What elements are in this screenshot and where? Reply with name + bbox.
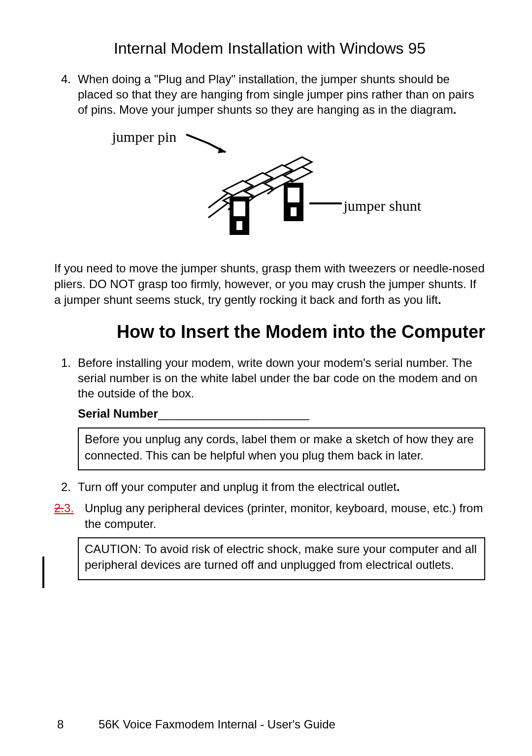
page-footer: 8 56K Voice Faxmodem Internal - User's G… (57, 718, 485, 731)
new-number: 3. (64, 501, 74, 515)
serial-number-line: Serial Number_______________________ (78, 407, 485, 421)
steps-list-1: 4. When doing a "Plug and Play" installa… (54, 71, 485, 118)
step-number: 4. (54, 71, 78, 118)
jumper-illustration-icon (112, 124, 428, 252)
jumper-diagram: jumper pin jumper shunt (112, 124, 428, 252)
step-text: When doing a "Plug and Play" installatio… (78, 71, 485, 118)
step-text: Turn off your computer and unplug it fro… (78, 479, 485, 494)
step-text-punct: . (453, 103, 457, 116)
step-text-punct: . (397, 480, 400, 493)
steps-list-2: 1. Before installing your modem, write d… (54, 355, 485, 401)
old-number: 2. (54, 501, 64, 515)
step-3-tracked-change: 2.3. Unplug any peripheral devices (prin… (54, 500, 485, 531)
step-text: Before installing your modem, write down… (78, 355, 485, 401)
tweezer-note-body: If you need to move the jumper shunts, g… (54, 262, 485, 307)
step-number: 2. (54, 479, 78, 494)
serial-number-blank: _______________________ (158, 407, 309, 420)
revision-bar-icon (42, 557, 44, 588)
svg-rect-23 (236, 221, 242, 230)
tweezer-note-punct: . (438, 293, 441, 306)
caution-box: CAUTION: To avoid risk of electric shock… (78, 537, 485, 580)
step-number: 1. (54, 355, 78, 401)
step-2: 2. Turn off your computer and unplug it … (54, 479, 485, 494)
svg-rect-22 (233, 201, 245, 216)
insert-modem-heading: How to Insert the Modem into the Compute… (54, 321, 485, 342)
steps-list-4: 2.3. Unplug any peripheral devices (prin… (54, 500, 485, 531)
svg-rect-11 (288, 188, 299, 202)
note-box-label-cords: Before you unplug any cords, label them … (78, 427, 485, 470)
step-text-body: When doing a "Plug and Play" installatio… (78, 72, 474, 116)
tweezer-note: If you need to move the jumper shunts, g… (54, 261, 485, 308)
serial-number-label: Serial Number (78, 407, 158, 420)
footer-title: 56K Voice Faxmodem Internal - User's Gui… (99, 718, 335, 731)
page-number: 8 (57, 718, 64, 731)
step-1: 1. Before installing your modem, write d… (54, 355, 485, 401)
step-number-change: 2.3. (54, 500, 85, 531)
section-title: Internal Modem Installation with Windows… (54, 39, 485, 58)
steps-list-3: 2. Turn off your computer and unplug it … (54, 479, 485, 494)
step-4: 4. When doing a "Plug and Play" installa… (54, 71, 485, 118)
page: Internal Modem Installation with Windows… (0, 0, 532, 756)
svg-rect-12 (291, 207, 297, 216)
step-text: Unplug any peripheral devices (printer, … (85, 500, 485, 531)
step-text-body: Turn off your computer and unplug it fro… (78, 480, 397, 493)
